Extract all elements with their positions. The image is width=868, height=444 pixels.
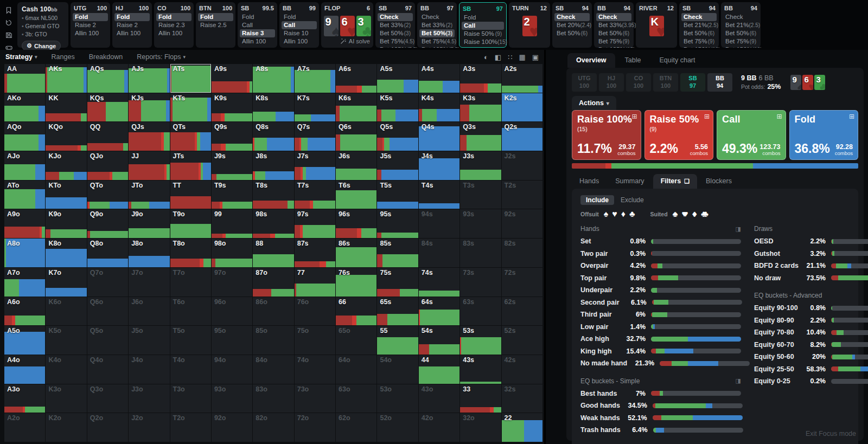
display-mode-icon[interactable]: ◐ (484, 53, 488, 61)
hand-cell-42o[interactable]: 42o (419, 413, 459, 442)
action-option-fold[interactable]: Fold (156, 13, 192, 21)
hand-cell-96o[interactable]: 96o (212, 297, 252, 326)
exclude-toggle[interactable]: Exclude (621, 196, 644, 204)
hand-cell-Q6s[interactable]: Q6s (336, 122, 376, 151)
hand-cell-T7o[interactable]: T7o (170, 268, 211, 297)
hand-cell-72o[interactable]: 72o (295, 413, 335, 442)
action-column-sb[interactable]: SB97FoldCallRaise 50%(9)Raise 100%(15) (459, 2, 507, 48)
hand-cell-54o[interactable]: 54o (377, 355, 418, 384)
hand-cell-AQs[interactable]: AQs (87, 64, 128, 93)
hand-cell-AQo[interactable]: AQo (4, 122, 45, 151)
action-option-allin-100[interactable]: Allin 100 (156, 29, 192, 37)
hand-cell-A7o[interactable]: A7o (4, 268, 45, 297)
hand-cell-A6s[interactable]: A6s (336, 64, 376, 93)
section-toggle-icon[interactable]: ◨ (736, 226, 741, 233)
hand-cell-K4s[interactable]: K4s (419, 93, 459, 122)
hand-cell-52s[interactable]: 52s (502, 326, 542, 355)
hand-cell-J2o[interactable]: J2o (129, 413, 169, 442)
hand-cell-74o[interactable]: 74o (295, 355, 335, 384)
action-option-check[interactable]: Check (681, 13, 717, 21)
filter-row-set[interactable]: Set0.8% (580, 235, 741, 248)
hand-cell-JJ[interactable]: JJ (129, 151, 169, 180)
action-option-bet-50-[interactable]: Bet 50%(3) (419, 29, 455, 37)
hand-cell-A2s[interactable]: A2s (502, 64, 542, 93)
hand-cell-66[interactable]: 66 (336, 297, 376, 326)
filter-row-gutshot[interactable]: Gutshot3.2% (754, 248, 868, 260)
hand-cell-A4o[interactable]: A4o (4, 355, 45, 384)
hand-cell-Q5o[interactable]: Q5o (87, 326, 128, 355)
hand-cell-Q5s[interactable]: Q5s (377, 122, 418, 151)
hand-cell-Q2o[interactable]: Q2o (87, 413, 128, 442)
expand-icon[interactable]: ⊞ (849, 113, 854, 120)
action-option-raise-2[interactable]: Raise 2 (73, 21, 108, 29)
filter-row-bdfd-2-cards[interactable]: BDFD 2 cards21.1% (754, 260, 868, 272)
hand-cell-93s[interactable]: 93s (460, 209, 501, 238)
action-option-check[interactable]: Check (378, 13, 413, 21)
hand-cell-T3o[interactable]: T3o (170, 384, 211, 413)
hand-cell-KQs[interactable]: KQs (87, 93, 128, 122)
hand-cell-K6o[interactable]: K6o (46, 297, 86, 326)
tab-blockers[interactable]: Blockers (698, 174, 739, 189)
suited-diamond-toggle[interactable]: ♦♦ (692, 210, 697, 218)
ai-solve-button[interactable]: AI solve (324, 38, 370, 45)
hand-cell-J7o[interactable]: J7o (129, 268, 169, 297)
seat-chip-co[interactable]: CO100 (626, 73, 651, 92)
action-option-bet-50-[interactable]: Bet 50%(3) (378, 29, 413, 37)
tab-filters[interactable]: Filters❏ (653, 174, 697, 189)
hand-cell-Q2s[interactable]: Q2s (502, 122, 542, 151)
hand-cell-98s[interactable]: 98s (253, 209, 293, 238)
hand-cell-T4o[interactable]: T4o (170, 355, 211, 384)
hand-cell-33[interactable]: 33 (460, 384, 501, 413)
hand-cell-55[interactable]: 55 (377, 326, 418, 355)
hand-cell-KTs[interactable]: KTs (170, 93, 211, 122)
suited-club-toggle[interactable]: ♣♣ (701, 210, 709, 218)
hand-cell-86o[interactable]: 86o (253, 297, 293, 326)
hand-cell-TT[interactable]: TT (170, 181, 211, 209)
action-option-bet-20-[interactable]: Bet 20%(2.4) (554, 21, 590, 29)
hand-cell-95o[interactable]: 95o (212, 326, 252, 355)
hand-cell-97o[interactable]: 97o (212, 268, 252, 297)
hand-cell-AJo[interactable]: AJo (4, 151, 45, 180)
hand-cell-22[interactable]: 22 (502, 413, 542, 442)
hand-cell-96s[interactable]: 96s (336, 209, 376, 238)
grid-tab-strategy[interactable]: Strategy▾ (5, 53, 37, 61)
hand-cell-77[interactable]: 77 (295, 268, 335, 297)
action-option-fold[interactable]: Fold (282, 13, 317, 21)
hand-cell-T5s[interactable]: T5s (377, 181, 418, 209)
filter-row-equity-0-25[interactable]: Equity 0-250.2% (754, 375, 868, 388)
hand-cell-62o[interactable]: 62o (336, 413, 376, 442)
hand-cell-K4o[interactable]: K4o (46, 355, 86, 384)
hand-cell-32o[interactable]: 32o (460, 413, 501, 442)
hand-cell-Q3s[interactable]: Q3s (460, 122, 501, 151)
action-option-bet-33-[interactable]: Bet 33%(2) (419, 21, 455, 29)
hand-cell-Q7o[interactable]: Q7o (87, 268, 128, 297)
hand-cell-QTo[interactable]: QTo (87, 181, 128, 209)
action-option-raise-50-[interactable]: Raise 50%(9) (462, 30, 504, 38)
hand-cell-K3s[interactable]: K3s (460, 93, 501, 122)
offsuit-spade-toggle[interactable]: ♠ (604, 210, 609, 218)
hand-cell-QTs[interactable]: QTs (170, 122, 211, 151)
hand-cell-J2s[interactable]: J2s (502, 151, 542, 180)
hand-cell-92s[interactable]: 92s (502, 209, 542, 238)
hand-cell-99[interactable]: 99 (212, 209, 252, 238)
hand-cell-T9s[interactable]: T9s (212, 181, 252, 209)
filter-row-top-pair[interactable]: Top pair9.8% (580, 272, 741, 285)
action-option-call[interactable]: Call (240, 21, 275, 29)
expand-icon[interactable]: ⊞ (704, 113, 710, 120)
hand-cell-J8o[interactable]: J8o (129, 239, 169, 267)
hand-cell-86s[interactable]: 86s (336, 239, 376, 267)
action-option-bet-33-[interactable]: Bet 33%(3.95) (596, 21, 631, 29)
filter-row-king-high[interactable]: King high15.4% (580, 345, 741, 358)
hand-cell-94s[interactable]: 94s (419, 209, 459, 238)
hand-cell-63o[interactable]: 63o (336, 384, 376, 413)
grid-view-icon[interactable]: ▦ (519, 53, 525, 61)
hand-cell-KJo[interactable]: KJo (46, 151, 86, 180)
filter-row-equity-90-100[interactable]: Equity 90-1000.8% (754, 302, 868, 314)
hand-cell-A3s[interactable]: A3s (460, 64, 501, 93)
hand-cell-65s[interactable]: 65s (377, 297, 418, 326)
hand-cell-T4s[interactable]: T4s (419, 181, 459, 209)
hand-cell-A3o[interactable]: A3o (4, 384, 45, 413)
hand-cell-K7o[interactable]: K7o (46, 268, 86, 297)
hand-cell-K5s[interactable]: K5s (377, 93, 418, 122)
hand-cell-J7s[interactable]: J7s (295, 151, 335, 180)
